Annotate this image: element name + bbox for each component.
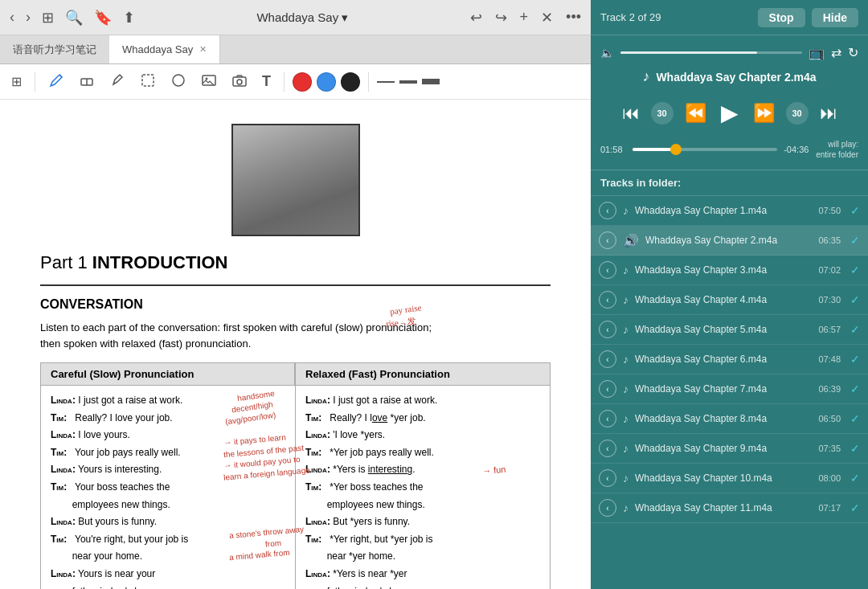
hide-button[interactable]: Hide bbox=[812, 8, 858, 27]
track-skip-button[interactable]: ‹ bbox=[599, 291, 616, 309]
sidebar-toggle-button[interactable]: ⊞ bbox=[6, 71, 27, 92]
more-button[interactable]: ••• bbox=[563, 6, 584, 29]
play-button[interactable]: ▶ bbox=[718, 96, 742, 129]
add-button[interactable]: + bbox=[517, 6, 532, 29]
toolbar-separator-1 bbox=[35, 72, 35, 92]
title-dropdown-icon: ▾ bbox=[342, 10, 348, 25]
back-button[interactable]: ‹ bbox=[6, 6, 18, 29]
track-item[interactable]: ‹♪Whaddaya Say Chapter 5.m4a06:57✓ bbox=[591, 315, 868, 345]
track-duration-label: 07:35 bbox=[818, 444, 841, 453]
tab-main[interactable]: Whaddaya Say ✕ bbox=[109, 35, 220, 63]
color-blue-button[interactable] bbox=[317, 72, 336, 92]
track-duration-label: 07:50 bbox=[818, 206, 841, 215]
track-check-icon[interactable]: ✓ bbox=[850, 412, 860, 425]
track-skip-button[interactable]: ‹ bbox=[599, 350, 616, 368]
camera-tool-button[interactable] bbox=[227, 69, 252, 95]
image-tool-button[interactable] bbox=[196, 69, 222, 95]
selection-tool-button[interactable] bbox=[135, 69, 161, 95]
track-check-icon[interactable]: ✓ bbox=[850, 382, 860, 395]
eraser-tool-button[interactable] bbox=[74, 69, 100, 95]
volume-slider[interactable] bbox=[620, 51, 802, 54]
svg-rect-4 bbox=[203, 76, 215, 85]
forward-30-button[interactable]: 30 bbox=[786, 102, 809, 125]
player-controls: ⏮ 30 ⏪ ▶ ⏩ 30 ⏭ bbox=[600, 96, 858, 129]
track-check-icon[interactable]: ✓ bbox=[850, 472, 860, 485]
pen-tool-button[interactable] bbox=[43, 69, 69, 95]
skip-back-button[interactable]: ⏮ bbox=[619, 100, 643, 127]
bookmark-button[interactable]: 🔖 bbox=[91, 6, 115, 30]
track-note-icon: ♪ bbox=[623, 472, 628, 485]
line-medium-button[interactable] bbox=[399, 80, 417, 84]
progress-bar[interactable] bbox=[633, 148, 777, 151]
line-thick-button[interactable] bbox=[422, 79, 440, 84]
track-skip-button[interactable]: ‹ bbox=[599, 261, 616, 279]
repeat-icon[interactable]: ↻ bbox=[848, 45, 858, 60]
track-item[interactable]: ‹♪Whaddaya Say Chapter 8.m4a06:50✓ bbox=[591, 404, 868, 434]
track-skip-button[interactable]: ‹ bbox=[599, 202, 616, 219]
track-skip-button[interactable]: ‹ bbox=[599, 469, 616, 487]
text-tool-button[interactable]: T bbox=[257, 70, 276, 93]
track-item[interactable]: ‹♪Whaddaya Say Chapter 7.m4a06:39✓ bbox=[591, 374, 868, 404]
track-duration-label: 06:39 bbox=[818, 384, 841, 394]
track-item[interactable]: ‹♪Whaddaya Say Chapter 6.m4a07:48✓ bbox=[591, 345, 868, 374]
track-check-icon[interactable]: ✓ bbox=[850, 293, 860, 306]
highlighter-tool-button[interactable] bbox=[104, 69, 130, 95]
fast-rewind-button[interactable]: ⏪ bbox=[682, 100, 710, 127]
track-check-icon[interactable]: ✓ bbox=[850, 353, 860, 366]
share-button[interactable]: ⬆ bbox=[120, 6, 138, 30]
track-item[interactable]: ‹♪Whaddaya Say Chapter 4.m4a07:30✓ bbox=[591, 285, 868, 315]
track-item[interactable]: ‹🔊Whaddaya Say Chapter 2.m4a06:35✓ bbox=[591, 226, 868, 256]
svg-point-5 bbox=[206, 77, 208, 80]
progress-thumb bbox=[670, 144, 682, 155]
track-skip-button[interactable]: ‹ bbox=[599, 231, 616, 249]
fast-pronunciation-column: Relaxed (Fast) Pronunciation Linda: I ju… bbox=[295, 363, 550, 589]
close-button[interactable]: ✕ bbox=[538, 6, 556, 30]
track-check-icon[interactable]: ✓ bbox=[850, 323, 860, 336]
color-black-button[interactable] bbox=[341, 72, 360, 92]
airplay-icon[interactable]: 📺 bbox=[809, 45, 825, 60]
track-skip-button[interactable]: ‹ bbox=[599, 410, 616, 427]
track-skip-button[interactable]: ‹ bbox=[599, 380, 616, 398]
track-item[interactable]: ‹♪Whaddaya Say Chapter 11.m4a07:17✓ bbox=[591, 493, 868, 523]
fast-forward-button[interactable]: ⏩ bbox=[750, 100, 778, 127]
grid-button[interactable]: ⊞ bbox=[39, 6, 57, 30]
track-item[interactable]: ‹♪Whaddaya Say Chapter 3.m4a07:02✓ bbox=[591, 256, 868, 285]
track-skip-button[interactable]: ‹ bbox=[599, 321, 616, 338]
search-button[interactable]: 🔍 bbox=[62, 6, 86, 30]
track-check-icon[interactable]: ✓ bbox=[850, 264, 860, 276]
color-red-button[interactable] bbox=[293, 72, 312, 92]
left-panel: ‹ › ⊞ 🔍 🔖 ⬆ Whaddaya Say ▾ ↩ ↪ + ✕ ••• 语… bbox=[0, 0, 591, 589]
track-check-icon[interactable]: ✓ bbox=[850, 501, 860, 514]
audio-player: 🔈 📺 ⇄ ↻ ♪ Whaddaya Say Chapter 2.m4a ⏮ 3… bbox=[591, 35, 868, 170]
track-note-icon: ♪ bbox=[623, 382, 628, 395]
undo-button[interactable]: ↩ bbox=[467, 6, 485, 30]
track-check-icon[interactable]: ✓ bbox=[850, 442, 860, 455]
rewind-30-button[interactable]: 30 bbox=[651, 102, 674, 125]
track-item[interactable]: ‹♪Whaddaya Say Chapter 10.m4a08:00✓ bbox=[591, 464, 868, 493]
track-check-icon[interactable]: ✓ bbox=[850, 204, 860, 217]
top-bar: ‹ › ⊞ 🔍 🔖 ⬆ Whaddaya Say ▾ ↩ ↪ + ✕ ••• bbox=[0, 0, 591, 35]
track-check-icon[interactable]: ✓ bbox=[850, 234, 860, 247]
shuffle-icon[interactable]: ⇄ bbox=[831, 45, 841, 60]
redo-button[interactable]: ↪ bbox=[492, 6, 510, 30]
track-duration-label: 06:35 bbox=[818, 235, 841, 245]
track-item[interactable]: ‹♪Whaddaya Say Chapter 9.m4a07:35✓ bbox=[591, 434, 868, 464]
track-item[interactable]: ‹♪Whaddaya Say Chapter 1.m4a07:50✓ bbox=[591, 196, 868, 226]
skip-forward-button[interactable]: ⏭ bbox=[817, 100, 841, 127]
tracks-folder-header: Tracks in folder: bbox=[591, 170, 868, 196]
line-thin-button[interactable] bbox=[377, 81, 395, 83]
track-skip-button[interactable]: ‹ bbox=[599, 440, 616, 457]
document-title[interactable]: Whaddaya Say ▾ bbox=[145, 10, 461, 25]
slow-pronunciation-header: Careful (Slow) Pronunciation bbox=[41, 363, 295, 386]
track-note-icon: ♪ bbox=[623, 323, 628, 336]
track-duration-label: 07:02 bbox=[818, 265, 841, 275]
track-name-label: Whaddaya Say Chapter 11.m4a bbox=[635, 502, 812, 513]
tab-notebook[interactable]: 语音听力学习笔记 bbox=[0, 35, 109, 63]
shape-tool-button[interactable] bbox=[166, 69, 191, 95]
track-skip-button[interactable]: ‹ bbox=[599, 499, 616, 517]
tab-close-icon[interactable]: ✕ bbox=[199, 44, 207, 55]
forward-button[interactable]: › bbox=[23, 6, 34, 29]
title-text: Whaddaya Say bbox=[256, 10, 338, 24]
will-play-value: entire folder bbox=[816, 149, 858, 160]
stop-button[interactable]: Stop bbox=[758, 8, 805, 27]
